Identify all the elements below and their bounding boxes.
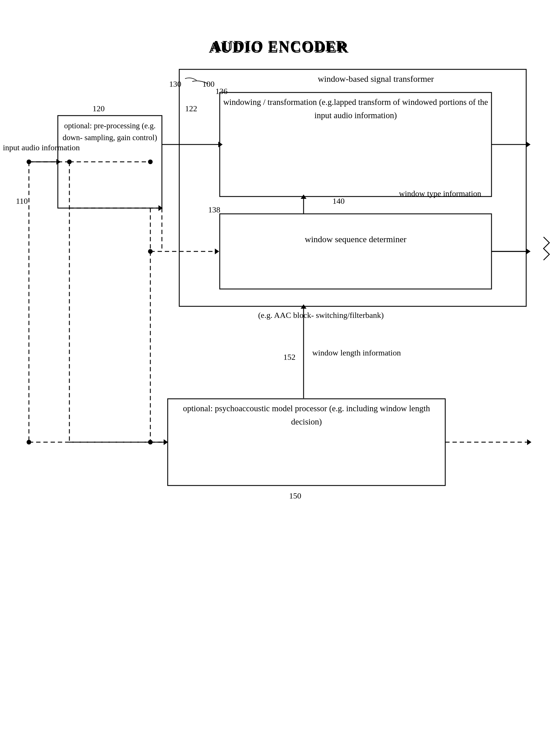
svg-rect-2 [220, 214, 491, 289]
ref-100: 100 [202, 79, 214, 89]
svg-point-36 [67, 159, 72, 164]
ref-130: 130 [169, 79, 181, 89]
window-type-info-label: window type information [399, 188, 481, 199]
title-text: AUDIO ENCODER [0, 39, 558, 56]
svg-point-38 [148, 249, 153, 254]
signal-transformer-label: window-based signal transformer [289, 72, 463, 85]
ref-140: 140 [332, 197, 345, 206]
input-audio-label: input audio information [3, 141, 80, 154]
preproc-label: optional: pre-processing (e.g. down- sam… [61, 120, 159, 144]
svg-marker-8 [218, 141, 223, 148]
diagram: AUDIO ENCODER [0, 35, 558, 756]
svg-marker-23 [215, 249, 219, 254]
svg-point-40 [148, 440, 153, 444]
ref-122: 122 [185, 104, 197, 113]
ref-136: 136 [215, 87, 228, 96]
svg-point-35 [27, 159, 31, 164]
ref-150: 150 [289, 491, 301, 500]
svg-marker-30 [527, 439, 531, 445]
window-seq-label: window sequence determiner [223, 233, 489, 246]
ref-152: 152 [283, 353, 296, 362]
psycho-label: optional: psychoaccoustic model processo… [171, 402, 442, 428]
window-length-info-label: window length information [312, 347, 401, 359]
svg-marker-10 [526, 141, 531, 148]
windowing-label: windowing / transformation (e.g.lapped t… [223, 95, 489, 122]
ref-138: 138 [208, 205, 220, 214]
ref-110: 110 [16, 197, 28, 206]
svg-point-39 [27, 440, 31, 444]
aac-note-label: (e.g. AAC block- switching/filterbank) [220, 309, 422, 321]
ref-120: 120 [93, 104, 105, 113]
svg-point-37 [148, 159, 153, 164]
